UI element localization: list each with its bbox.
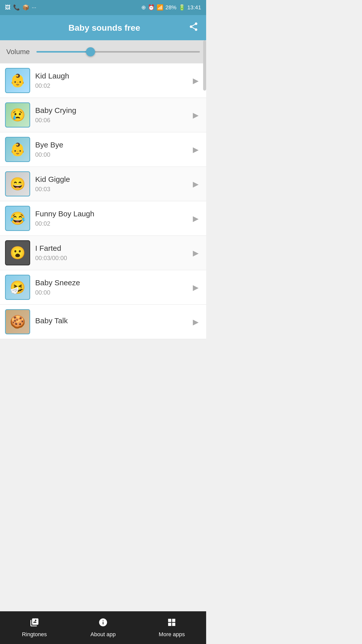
sound-duration: 00:00 — [35, 289, 185, 296]
volume-slider[interactable] — [36, 48, 200, 56]
app-header: Baby sounds free — [0, 15, 206, 40]
sound-info: I Farted 00:03/00:00 — [30, 244, 190, 262]
battery-text: 28% — [165, 4, 176, 11]
sound-duration: 00:06 — [35, 117, 185, 124]
sound-info: Bye Bye 00:00 — [30, 141, 190, 158]
dropbox-icon: 📦 — [22, 4, 29, 11]
sound-thumbnail: 👶 — [5, 68, 30, 93]
sound-name: Baby Crying — [35, 106, 185, 115]
sound-name: Kid Laugh — [35, 72, 185, 80]
sound-info: Kid Giggle 00:03 — [30, 175, 190, 193]
sound-info: Funny Boy Laugh 00:02 — [30, 210, 190, 227]
list-item[interactable]: 🤧 Baby Sneeze 00:00 ▶ — [0, 270, 206, 305]
sound-thumbnail: 🤧 — [5, 275, 30, 300]
play-button[interactable]: ▶ — [190, 315, 201, 329]
sound-duration: 00:02 — [35, 82, 185, 89]
play-button[interactable]: ▶ — [190, 108, 201, 122]
sound-thumbnail: 😄 — [5, 171, 30, 196]
status-left-icons: 🖼 📞 📦 ··· — [5, 4, 36, 11]
list-item[interactable]: 👶 Bye Bye 00:00 ▶ — [0, 132, 206, 167]
nav-item-about[interactable]: About app — [69, 618, 137, 638]
nav-label-more: More apps — [159, 631, 185, 638]
play-button[interactable]: ▶ — [190, 143, 201, 156]
time-display: 13:41 — [187, 4, 201, 11]
image-icon: 🖼 — [5, 4, 11, 11]
list-item[interactable]: 🍪 Baby Talk ▶ — [0, 305, 206, 339]
sound-info: Baby Sneeze 00:00 — [30, 278, 190, 296]
volume-section: Volume — [0, 40, 206, 63]
sound-info: Kid Laugh 00:02 — [30, 72, 190, 89]
sound-duration: 00:02 — [35, 220, 185, 227]
nav-item-ringtones[interactable]: Ringtones — [0, 618, 69, 638]
sound-duration: 00:03 — [35, 186, 185, 193]
nav-label-about: About app — [90, 631, 116, 638]
play-button[interactable]: ▶ — [190, 280, 201, 294]
play-button[interactable]: ▶ — [190, 212, 201, 225]
sound-name: Baby Talk — [35, 316, 185, 325]
more-icon: ··· — [32, 4, 36, 11]
volume-thumb — [86, 47, 95, 56]
volume-fill — [36, 51, 90, 53]
sound-duration: 00:03/00:00 — [35, 255, 185, 262]
sound-info: Baby Talk — [30, 316, 190, 327]
sound-name: Kid Giggle — [35, 175, 185, 184]
sound-info: Baby Crying 00:06 — [30, 106, 190, 124]
more-apps-icon — [167, 618, 176, 629]
list-item[interactable]: 😄 Kid Giggle 00:03 ▶ — [0, 167, 206, 201]
status-bar: 🖼 📞 📦 ··· ⊕ ⏰ 📶 28% 🔋 13:41 — [0, 0, 206, 15]
sound-thumbnail: 😂 — [5, 206, 30, 231]
sound-thumbnail: 🍪 — [5, 309, 30, 334]
sound-list: 👶 Kid Laugh 00:02 ▶ 😢 Baby Crying 00:06 … — [0, 63, 206, 339]
phone-icon: 📞 — [13, 4, 20, 11]
nav-item-more[interactable]: More apps — [138, 618, 206, 638]
status-right-info: ⊕ ⏰ 📶 28% 🔋 13:41 — [141, 4, 201, 11]
bottom-nav: Ringtones About app More apps — [0, 611, 206, 644]
list-item[interactable]: 😂 Funny Boy Laugh 00:02 ▶ — [0, 201, 206, 236]
ringtones-icon — [30, 618, 39, 629]
sound-name: I Farted — [35, 244, 185, 253]
share-button[interactable] — [189, 22, 199, 34]
alarm-icon: ⏰ — [148, 4, 155, 11]
sound-thumbnail: 😢 — [5, 102, 30, 128]
sound-name: Funny Boy Laugh — [35, 210, 185, 218]
play-button[interactable]: ▶ — [190, 246, 201, 260]
sound-thumbnail: 👶 — [5, 137, 30, 162]
list-item[interactable]: 😮 I Farted 00:03/00:00 ▶ — [0, 236, 206, 270]
add-icon: ⊕ — [141, 4, 146, 11]
play-button[interactable]: ▶ — [190, 177, 201, 191]
signal-icon: 📶 — [157, 4, 163, 11]
nav-label-ringtones: Ringtones — [22, 631, 47, 638]
sound-thumbnail: 😮 — [5, 240, 30, 265]
sound-name: Baby Sneeze — [35, 278, 185, 287]
about-icon — [98, 618, 108, 629]
sound-name: Bye Bye — [35, 141, 185, 149]
battery-icon: 🔋 — [178, 4, 185, 11]
list-item[interactable]: 👶 Kid Laugh 00:02 ▶ — [0, 63, 206, 98]
volume-label: Volume — [6, 48, 31, 56]
sound-duration: 00:00 — [35, 151, 185, 158]
app-title: Baby sounds free — [20, 23, 189, 33]
volume-track — [36, 51, 200, 53]
play-button[interactable]: ▶ — [190, 74, 201, 88]
list-item[interactable]: 😢 Baby Crying 00:06 ▶ — [0, 98, 206, 132]
scroll-indicator — [203, 40, 206, 91]
